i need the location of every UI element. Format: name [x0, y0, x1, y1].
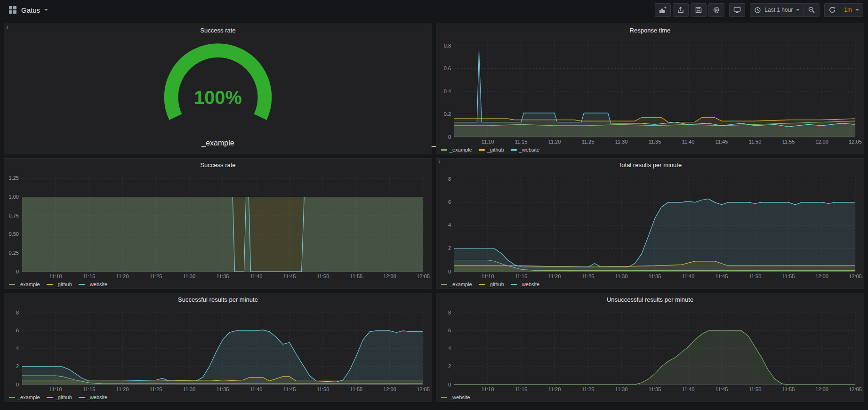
- caret-down-icon: [796, 9, 800, 11]
- unsuccessful-results-chart[interactable]: 0246811:1011:1511:2011:2511:3011:3511:40…: [436, 305, 864, 393]
- cycle-view-mode-button[interactable]: [729, 3, 745, 17]
- total-results-chart[interactable]: 0246811:1011:1511:2011:2511:3011:3511:40…: [436, 171, 864, 280]
- zoom-out-time-button[interactable]: [804, 3, 820, 17]
- svg-text:0.2: 0.2: [444, 111, 451, 117]
- time-range-picker-button[interactable]: Last 1 hour: [750, 3, 804, 17]
- panel-successful-results: Successful results per minute 0246811:10…: [4, 293, 432, 402]
- legend-item-website[interactable]: _website: [441, 394, 470, 400]
- chart-legend: _example_github_website: [436, 280, 864, 289]
- dashboard-title-button[interactable]: Gatus: [5, 6, 52, 14]
- gear-icon: [713, 6, 720, 14]
- svg-text:12:05: 12:05: [849, 386, 862, 392]
- legend-item-github[interactable]: _github: [47, 394, 72, 400]
- svg-text:11:40: 11:40: [682, 139, 695, 145]
- svg-text:11:15: 11:15: [515, 386, 528, 392]
- successful-results-chart[interactable]: 0246811:1011:1511:2011:2511:3011:3511:40…: [4, 305, 432, 393]
- legend-item-website[interactable]: _website: [511, 281, 539, 287]
- legend-swatch: [9, 397, 15, 398]
- svg-text:11:35: 11:35: [649, 139, 661, 145]
- bar-chart-plus-icon: [659, 6, 667, 14]
- svg-text:4: 4: [448, 222, 451, 228]
- clock-icon: [754, 7, 761, 14]
- svg-text:0.75: 0.75: [9, 213, 19, 218]
- svg-text:8: 8: [16, 310, 19, 315]
- legend-series-name: _github: [487, 147, 504, 153]
- svg-text:11:10: 11:10: [49, 386, 62, 392]
- svg-text:11:20: 11:20: [116, 273, 129, 279]
- monitor-icon: [733, 6, 741, 14]
- gauge-series-label: _example: [201, 138, 234, 148]
- dashboard-grid-icon: [8, 6, 17, 14]
- legend-item-github[interactable]: _github: [479, 147, 504, 153]
- svg-text:11:50: 11:50: [317, 273, 330, 279]
- legend-swatch: [511, 284, 517, 285]
- panel-title[interactable]: Unsuccessful results per minute: [607, 296, 693, 303]
- svg-text:11:55: 11:55: [350, 273, 363, 279]
- legend-item-github[interactable]: _github: [47, 281, 72, 287]
- refresh-controls: 1m: [824, 3, 863, 17]
- panel-title[interactable]: Total results per minute: [619, 161, 682, 169]
- svg-text:12:00: 12:00: [815, 139, 828, 145]
- legend-item-website[interactable]: _website: [511, 147, 539, 153]
- svg-text:11:55: 11:55: [782, 139, 795, 145]
- panel-title[interactable]: Response time: [630, 27, 671, 34]
- svg-text:11:15: 11:15: [515, 273, 528, 279]
- panel-header: Unsuccessful results per minute: [436, 293, 864, 305]
- save-icon: [695, 6, 702, 14]
- svg-text:1.25: 1.25: [9, 175, 19, 181]
- svg-text:0.25: 0.25: [9, 250, 19, 256]
- magnifier-minus-icon: [808, 6, 815, 14]
- svg-text:12:05: 12:05: [849, 139, 862, 145]
- svg-text:11:25: 11:25: [582, 139, 595, 145]
- panel-success-rate-timeseries: Success rate 00.250.500.751.001.2511:101…: [4, 158, 432, 289]
- legend-item-example[interactable]: _example: [9, 394, 40, 400]
- legend-item-website[interactable]: _website: [79, 281, 107, 287]
- svg-text:0.4: 0.4: [444, 88, 451, 94]
- svg-text:11:20: 11:20: [116, 386, 129, 392]
- legend-series-name: _website: [87, 394, 107, 400]
- legend-item-example[interactable]: _example: [441, 281, 472, 287]
- time-controls: Last 1 hour: [750, 3, 820, 17]
- panel-info-icon[interactable]: i: [6, 24, 8, 30]
- svg-text:11:35: 11:35: [649, 386, 661, 392]
- add-panel-button[interactable]: [655, 3, 671, 17]
- panel-header: Success rate: [4, 24, 432, 36]
- dashboard-settings-button[interactable]: [708, 3, 724, 17]
- svg-text:11:35: 11:35: [217, 273, 229, 279]
- svg-text:12:00: 12:00: [815, 273, 828, 279]
- save-dashboard-button[interactable]: [691, 3, 707, 17]
- svg-text:11:30: 11:30: [615, 273, 628, 279]
- svg-text:11:30: 11:30: [183, 273, 196, 279]
- dashboard-grid: i Success rate 100%_example100%_github78…: [0, 20, 868, 406]
- svg-text:0: 0: [16, 269, 19, 274]
- navbar: Gatus: [0, 0, 868, 20]
- caret-down-icon: [44, 9, 48, 11]
- success-rate-chart[interactable]: 00.250.500.751.001.2511:1011:1511:2011:2…: [4, 171, 432, 280]
- legend-item-example[interactable]: _example: [9, 281, 40, 287]
- svg-text:11:25: 11:25: [582, 273, 595, 279]
- panel-title[interactable]: Successful results per minute: [178, 296, 258, 303]
- panel-title[interactable]: Success rate: [200, 27, 235, 34]
- legend-series-name: _github: [55, 281, 72, 287]
- refresh-dashboard-button[interactable]: [824, 3, 840, 17]
- svg-text:11:55: 11:55: [782, 273, 795, 279]
- svg-text:12:05: 12:05: [417, 273, 430, 279]
- svg-text:0.8: 0.8: [444, 43, 451, 48]
- panel-header: Response time: [436, 24, 864, 36]
- legend-item-website[interactable]: _website: [79, 394, 107, 400]
- svg-text:8: 8: [448, 310, 451, 315]
- response-time-chart[interactable]: 00.20.40.60.811:1011:1511:2011:2511:3011…: [436, 36, 864, 145]
- svg-text:11:10: 11:10: [49, 273, 62, 279]
- refresh-interval-button[interactable]: 1m: [840, 3, 863, 17]
- svg-text:11:10: 11:10: [482, 273, 494, 279]
- panel-title[interactable]: Success rate: [200, 161, 235, 169]
- legend-item-github[interactable]: _github: [479, 281, 504, 287]
- panel-header: Successful results per minute: [4, 293, 432, 305]
- share-icon: [677, 6, 684, 14]
- share-dashboard-button[interactable]: [673, 3, 689, 17]
- legend-item-example[interactable]: _example: [441, 147, 472, 153]
- svg-text:11:35: 11:35: [649, 273, 661, 279]
- panel-info-icon[interactable]: i: [438, 159, 440, 165]
- svg-text:11:15: 11:15: [515, 139, 528, 145]
- svg-text:11:45: 11:45: [715, 273, 728, 279]
